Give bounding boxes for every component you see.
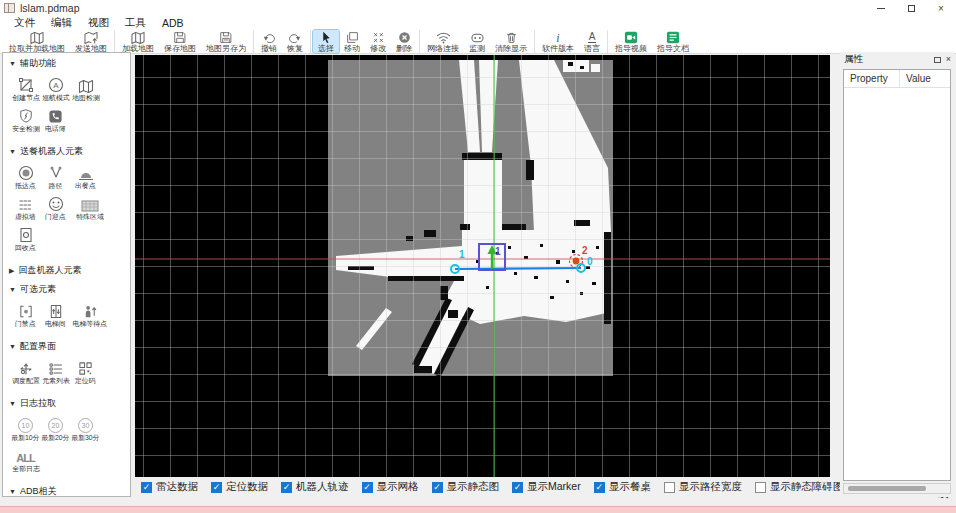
map-check-icon: [78, 75, 94, 93]
menu-tools[interactable]: 工具: [117, 16, 154, 30]
scrollbar-thumb[interactable]: [848, 486, 926, 491]
arrival-point-icon: [18, 163, 34, 181]
phonebook-icon: [48, 106, 63, 124]
sidebar-item-virtual-wall[interactable]: 虚拟墙: [11, 194, 40, 221]
menu-edit[interactable]: 编辑: [43, 16, 80, 30]
bottom-edge-strip: [0, 506, 956, 513]
sidebar-item-dispatch-config[interactable]: 调度配置: [11, 358, 40, 385]
checkbox-show-path-width[interactable]: 显示路径宽度: [664, 480, 742, 494]
special-zone-icon: [81, 194, 99, 212]
close-button[interactable]: ×: [926, 0, 956, 16]
toolbar-label: 移动: [344, 44, 360, 53]
toolbar-modify-button[interactable]: 修改: [365, 30, 391, 53]
toolbar-guide-video-button[interactable]: 指导视频: [610, 30, 652, 53]
properties-horizontal-scrollbar[interactable]: [843, 483, 951, 494]
section-config[interactable]: ▼ 配置界面: [3, 336, 130, 355]
toolbar-undo-button[interactable]: 撤销: [256, 30, 282, 53]
selection-label: 1: [495, 246, 501, 257]
expand-triangle-icon: ▼: [9, 148, 16, 155]
delete-icon: [398, 31, 411, 44]
toolbar-guide-doc-button[interactable]: 指导文档: [652, 30, 694, 53]
map-canvas[interactable]: 1 1 2 0: [135, 55, 830, 477]
robot-monitor-icon: [470, 31, 485, 44]
toolbar-send-map-button[interactable]: 发送地图: [70, 30, 112, 53]
sidebar-item-greeting-point[interactable]: 门迎点: [41, 194, 70, 221]
sidebar-item-arrival-point[interactable]: 抵达点: [11, 163, 40, 190]
toolbar-label: 选择: [318, 44, 334, 53]
sidebar-item-log-latest-30[interactable]: 30 最新30分: [71, 415, 100, 442]
toolbar-pull-load-map-button[interactable]: 拉取并加载地图: [4, 30, 70, 53]
sidebar-item-log-latest-10[interactable]: 10 最新10分: [11, 415, 40, 442]
map-annotations[interactable]: 1 1 2 0: [135, 55, 830, 477]
toolbar-software-version-button[interactable]: i 软件版本: [537, 30, 579, 53]
sidebar-item-safety-check[interactable]: 安全检测: [11, 106, 40, 133]
expand-triangle-icon: ▼: [9, 286, 16, 293]
checkbox-show-marker[interactable]: ✓显示Marker: [512, 480, 581, 494]
properties-panel: 属性 × Property Value: [840, 52, 954, 497]
checkbox-show-grid[interactable]: ✓显示网格: [362, 480, 419, 494]
checkbox-show-static-obstacle-map[interactable]: 显示静态障碍图: [755, 480, 844, 494]
section-return-robot-elements[interactable]: ▶ 回盘机器人元素: [3, 260, 130, 279]
close-panel-icon[interactable]: ×: [946, 55, 951, 64]
toolbar-label: 恢复: [287, 44, 303, 53]
sidebar-item-phonebook[interactable]: 电话簿: [41, 106, 70, 133]
toolbar-delete-button[interactable]: 删除: [391, 30, 417, 53]
minimize-button[interactable]: [866, 0, 896, 16]
modify-icon: [372, 31, 385, 44]
sidebar-item-cruise-mode[interactable]: A 巡航模式: [41, 75, 70, 102]
sidebar-item-element-list[interactable]: 元素列表: [41, 358, 70, 385]
section-adb[interactable]: ▼ ADB相关: [3, 481, 130, 497]
sidebar-item-path[interactable]: 路径: [41, 163, 70, 190]
greeting-point-icon: [48, 194, 64, 212]
section-auxiliary[interactable]: ▼ 辅助功能: [3, 53, 130, 72]
recycle-point-icon: [19, 225, 33, 243]
toolbar-save-map-button[interactable]: 保存地图: [159, 30, 201, 53]
toolbar-save-map-as-button[interactable]: 地图另存为: [201, 30, 251, 53]
checkbox-lidar-data[interactable]: ✓雷达数据: [141, 480, 198, 494]
section-delivery-elements[interactable]: ▼ 送餐机器人元素: [3, 141, 130, 160]
sidebar-item-recycle-point[interactable]: 回收点: [11, 225, 40, 252]
section-optional-elements[interactable]: ▼ 可选元素: [3, 279, 130, 298]
virtual-wall-icon: [18, 194, 34, 212]
toolbar-select-button[interactable]: 选择: [313, 30, 339, 53]
toolbar-label: 监测: [469, 44, 485, 53]
section-log-pull[interactable]: ▼ 日志拉取: [3, 393, 130, 412]
toolbar-redo-button[interactable]: 恢复: [282, 30, 308, 53]
toolbar-move-button[interactable]: 移动: [339, 30, 365, 53]
checkbox-robot-track[interactable]: ✓机器人轨迹: [281, 480, 349, 494]
toolbar-load-map-button[interactable]: 加载地图: [117, 30, 159, 53]
dock-marker-label: 0: [587, 256, 593, 267]
checkbox-localization-data[interactable]: ✓定位数据: [211, 480, 268, 494]
toolbar-language-button[interactable]: A 语言: [579, 30, 605, 53]
sidebar-item-elevator-wait-point[interactable]: 电梯等待点: [71, 301, 109, 328]
checkbox-show-tables[interactable]: ✓显示餐桌: [594, 480, 651, 494]
move-icon: [346, 31, 359, 44]
sidebar-item-serving-point[interactable]: 出餐点: [71, 163, 100, 190]
toolbar-network-connect-button[interactable]: 网络连接: [422, 30, 464, 53]
guide-doc-icon: [666, 31, 680, 44]
sidebar-item-log-all[interactable]: ALL 全部日志: [11, 446, 40, 473]
gate-point-icon: [18, 301, 34, 319]
expand-triangle-icon: ▼: [9, 343, 16, 350]
sidebar-item-locate-code[interactable]: 定位码: [71, 358, 100, 385]
toolbar-label: 删除: [396, 44, 412, 53]
sidebar-item-elevator-room[interactable]: 电梯间: [41, 301, 70, 328]
target-marker-dot: [573, 258, 580, 265]
checkbox-icon: ✓: [362, 482, 373, 493]
sidebar-item-create-node[interactable]: 创建节点: [11, 75, 40, 102]
menu-file[interactable]: 文件: [6, 16, 43, 30]
menu-adb[interactable]: ADB: [154, 17, 192, 29]
sidebar-item-log-latest-20[interactable]: 20 最新20分: [41, 415, 70, 442]
restore-button[interactable]: [896, 0, 926, 16]
menu-view[interactable]: 视图: [80, 16, 117, 30]
sidebar-item-special-zone[interactable]: 特殊区域: [71, 194, 109, 221]
sidebar-item-gate-point[interactable]: 门禁点: [11, 301, 40, 328]
redo-icon: [288, 31, 302, 44]
toolbar-monitor-button[interactable]: 监测: [464, 30, 490, 53]
sidebar-item-map-check[interactable]: 地图检测: [71, 75, 100, 102]
expand-triangle-icon: ▼: [9, 60, 16, 67]
toolbar-clear-display-button[interactable]: 清除显示: [490, 30, 532, 53]
checkbox-show-static-map[interactable]: ✓显示静态图: [432, 480, 500, 494]
elevator-wait-icon: [82, 301, 98, 319]
float-panel-icon[interactable]: [934, 57, 941, 63]
